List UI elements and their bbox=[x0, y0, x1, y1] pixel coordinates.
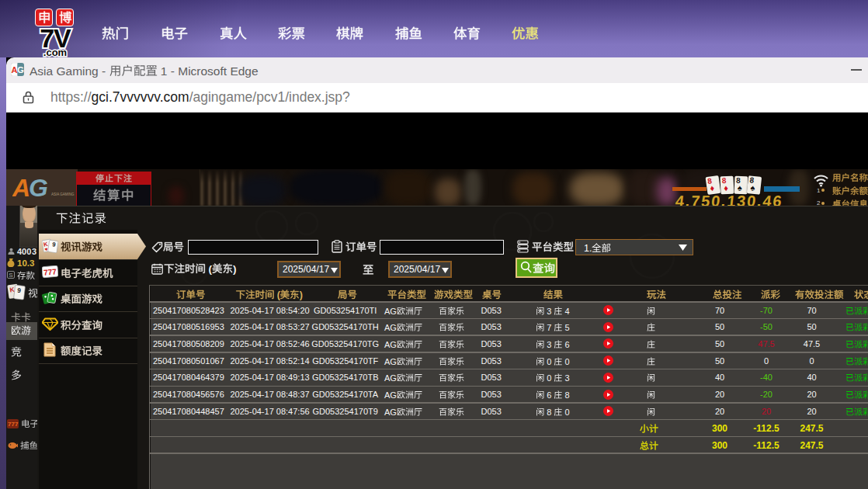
svg-text:.com: .com bbox=[43, 47, 67, 57]
svg-text:G: G bbox=[17, 65, 24, 75]
svg-text:A: A bbox=[12, 174, 30, 202]
svg-text:K: K bbox=[9, 286, 15, 294]
svg-text:777: 777 bbox=[43, 267, 57, 276]
svg-text:777: 777 bbox=[8, 421, 19, 428]
svg-text:G: G bbox=[29, 174, 48, 202]
svg-text:ASIA GAMING: ASIA GAMING bbox=[51, 192, 75, 196]
